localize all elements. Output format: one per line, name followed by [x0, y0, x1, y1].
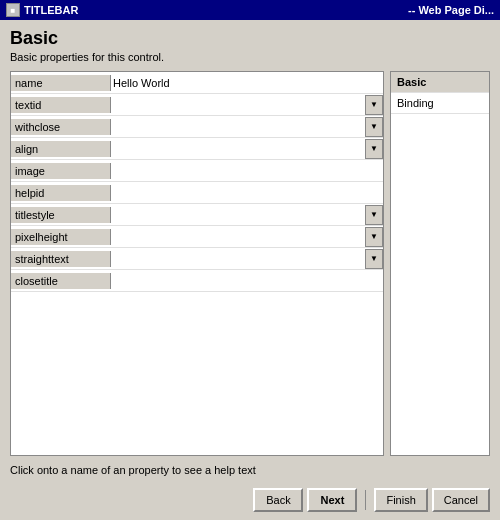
prop-row-closetitle: closetitle [11, 270, 383, 292]
next-button[interactable]: Next [307, 488, 357, 512]
titlebar: ■ TITLEBAR -- Web Page Di... [0, 0, 500, 20]
prop-row-name: name [11, 72, 383, 94]
prop-input-align[interactable] [111, 139, 365, 159]
prop-row-helpid: helpid [11, 182, 383, 204]
prop-input-image[interactable] [111, 161, 383, 181]
prop-row-withclose: withclose▼ [11, 116, 383, 138]
prop-row-titlestyle: titlestyle▼ [11, 204, 383, 226]
prop-value-image [111, 161, 383, 181]
prop-dropdown-btn-withclose[interactable]: ▼ [365, 117, 383, 137]
content-area: nametextid▼withclose▼align▼imagehelpidti… [10, 71, 490, 456]
prop-label-image: image [11, 163, 111, 179]
bottom-bar: Back Next Finish Cancel [10, 484, 490, 512]
prop-value-name [111, 73, 383, 93]
prop-dropdown-btn-straighttext[interactable]: ▼ [365, 249, 383, 269]
titlebar-left: ■ TITLEBAR [6, 3, 78, 17]
prop-dropdown-btn-align[interactable]: ▼ [365, 139, 383, 159]
prop-label-pixelheight: pixelheight [11, 229, 111, 245]
prop-value-helpid [111, 183, 383, 203]
prop-label-align: align [11, 141, 111, 157]
left-panel: nametextid▼withclose▼align▼imagehelpidti… [10, 71, 384, 456]
page-title: Basic [10, 28, 490, 49]
prop-input-name[interactable] [111, 73, 383, 93]
prop-input-straighttext[interactable] [111, 249, 365, 269]
help-text: Click onto a name of an property to see … [10, 462, 490, 478]
button-separator [365, 490, 366, 510]
page-subtitle: Basic properties for this control. [10, 51, 490, 63]
prop-label-withclose: withclose [11, 119, 111, 135]
window-body: Basic Basic properties for this control.… [0, 20, 500, 518]
prop-input-pixelheight[interactable] [111, 227, 365, 247]
prop-row-align: align▼ [11, 138, 383, 160]
right-panel: BasicBinding [390, 71, 490, 456]
prop-input-wrapper-titlestyle: ▼ [111, 205, 383, 225]
prop-value-align: ▼ [111, 139, 383, 159]
prop-row-image: image [11, 160, 383, 182]
prop-row-textid: textid▼ [11, 94, 383, 116]
titlebar-label: TITLEBAR [24, 4, 78, 16]
prop-row-pixelheight: pixelheight▼ [11, 226, 383, 248]
prop-input-helpid[interactable] [111, 183, 383, 203]
prop-label-closetitle: closetitle [11, 273, 111, 289]
prop-input-titlestyle[interactable] [111, 205, 365, 225]
prop-value-closetitle [111, 271, 383, 291]
properties-scroll[interactable]: nametextid▼withclose▼align▼imagehelpidti… [11, 72, 383, 455]
prop-value-pixelheight: ▼ [111, 227, 383, 247]
prop-dropdown-btn-pixelheight[interactable]: ▼ [365, 227, 383, 247]
prop-input-wrapper-straighttext: ▼ [111, 249, 383, 269]
titlebar-icon: ■ [6, 3, 20, 17]
prop-label-helpid: helpid [11, 185, 111, 201]
prop-input-wrapper-withclose: ▼ [111, 117, 383, 137]
prop-label-textid: textid [11, 97, 111, 113]
prop-label-straighttext: straighttext [11, 251, 111, 267]
prop-dropdown-btn-titlestyle[interactable]: ▼ [365, 205, 383, 225]
prop-input-textid[interactable] [111, 95, 365, 115]
prop-input-withclose[interactable] [111, 117, 365, 137]
prop-value-withclose: ▼ [111, 117, 383, 137]
right-panel-item-binding[interactable]: Binding [391, 93, 489, 114]
back-button[interactable]: Back [253, 488, 303, 512]
prop-input-wrapper-textid: ▼ [111, 95, 383, 115]
prop-value-titlestyle: ▼ [111, 205, 383, 225]
prop-input-closetitle[interactable] [111, 271, 383, 291]
prop-input-wrapper-pixelheight: ▼ [111, 227, 383, 247]
prop-input-wrapper-align: ▼ [111, 139, 383, 159]
titlebar-right: -- Web Page Di... [408, 4, 494, 16]
finish-button[interactable]: Finish [374, 488, 427, 512]
prop-label-name: name [11, 75, 111, 91]
cancel-button[interactable]: Cancel [432, 488, 490, 512]
right-panel-item-basic[interactable]: Basic [391, 72, 489, 93]
prop-value-straighttext: ▼ [111, 249, 383, 269]
prop-label-titlestyle: titlestyle [11, 207, 111, 223]
prop-dropdown-btn-textid[interactable]: ▼ [365, 95, 383, 115]
prop-value-textid: ▼ [111, 95, 383, 115]
prop-row-straighttext: straighttext▼ [11, 248, 383, 270]
